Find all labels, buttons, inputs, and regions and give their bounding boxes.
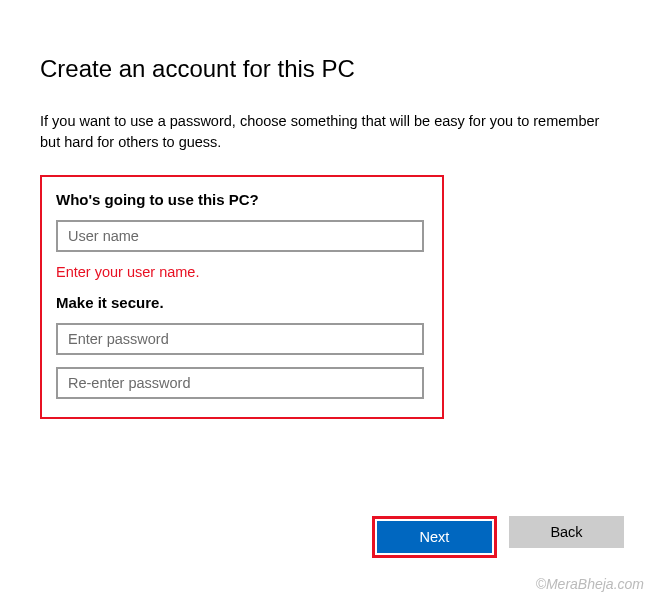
form-highlight-box: Who's going to use this PC? Enter your u… — [40, 175, 444, 419]
username-error-text: Enter your user name. — [56, 264, 428, 280]
username-section-label: Who's going to use this PC? — [56, 191, 428, 208]
next-button-highlight: Next — [372, 516, 497, 558]
next-button[interactable]: Next — [377, 521, 492, 553]
page-description: If you want to use a password, choose so… — [40, 111, 612, 153]
watermark: ©MeraBheja.com — [536, 576, 644, 592]
reenter-password-input[interactable] — [56, 367, 424, 399]
back-button[interactable]: Back — [509, 516, 624, 548]
password-input[interactable] — [56, 323, 424, 355]
button-row: Next Back — [372, 516, 624, 558]
page-title: Create an account for this PC — [40, 55, 612, 83]
password-section-label: Make it secure. — [56, 294, 428, 311]
username-input[interactable] — [56, 220, 424, 252]
